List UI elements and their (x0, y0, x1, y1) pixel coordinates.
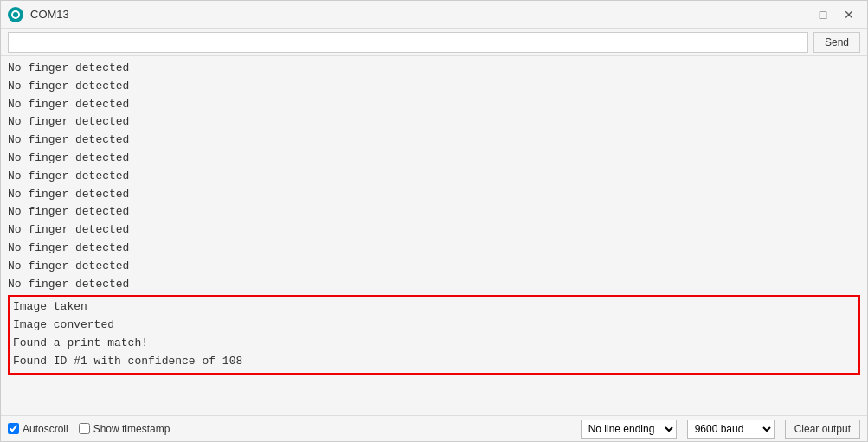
output-line: No finger detected (8, 96, 860, 114)
output-line: No finger detected (8, 186, 860, 204)
highlighted-output-line: Image converted (13, 317, 855, 335)
output-line: No finger detected (8, 203, 860, 221)
autoscroll-text: Autoscroll (23, 423, 68, 435)
minimize-button[interactable]: — (786, 6, 808, 23)
svg-point-1 (13, 12, 18, 17)
highlighted-output-line: Image taken (13, 298, 855, 317)
line-ending-group: No line endingNewlineCarriage returnBoth… (581, 420, 677, 439)
output-line: No finger detected (8, 168, 860, 186)
output-area: No finger detectedNo finger detectedNo f… (1, 56, 867, 415)
window-controls: — □ ✕ (786, 6, 860, 23)
output-line: No finger detected (8, 78, 860, 96)
maximize-button[interactable]: □ (812, 6, 834, 23)
highlighted-output-box: Image takenImage convertedFound a print … (8, 295, 860, 374)
serial-input[interactable] (8, 32, 808, 53)
window-title: COM13 (30, 8, 786, 21)
output-line: No finger detected (8, 276, 860, 294)
send-button[interactable]: Send (813, 32, 860, 53)
line-ending-select[interactable]: No line endingNewlineCarriage returnBoth… (581, 420, 677, 439)
highlighted-output-line: Found a print match! (13, 335, 855, 353)
show-timestamp-label[interactable]: Show timestamp (79, 423, 170, 435)
output-lines-container: No finger detectedNo finger detectedNo f… (8, 60, 860, 293)
output-line: No finger detected (8, 113, 860, 131)
title-bar: COM13 — □ ✕ (1, 1, 867, 29)
status-bar: Autoscroll Show timestamp No line ending… (1, 415, 867, 441)
close-button[interactable]: ✕ (838, 6, 860, 23)
highlighted-output-line: Found ID #1 with confidence of 108 (13, 353, 855, 371)
baud-rate-select[interactable]: 300 baud1200 baud2400 baud4800 baud9600 … (687, 420, 775, 439)
output-line: No finger detected (8, 150, 860, 168)
autoscroll-checkbox[interactable] (8, 423, 19, 434)
output-line: No finger detected (8, 221, 860, 240)
output-line: No finger detected (8, 60, 860, 78)
autoscroll-label[interactable]: Autoscroll (8, 423, 68, 435)
output-line: No finger detected (8, 131, 860, 150)
output-line: No finger detected (8, 258, 860, 276)
serial-monitor-window: COM13 — □ ✕ Send No finger detectedNo fi… (0, 0, 868, 442)
output-line: No finger detected (8, 240, 860, 258)
clear-output-button[interactable]: Clear output (785, 420, 860, 439)
input-bar: Send (1, 29, 867, 56)
show-timestamp-checkbox[interactable] (79, 423, 90, 434)
baud-rate-group: 300 baud1200 baud2400 baud4800 baud9600 … (687, 420, 775, 439)
app-icon (8, 7, 23, 22)
show-timestamp-text: Show timestamp (93, 423, 170, 435)
